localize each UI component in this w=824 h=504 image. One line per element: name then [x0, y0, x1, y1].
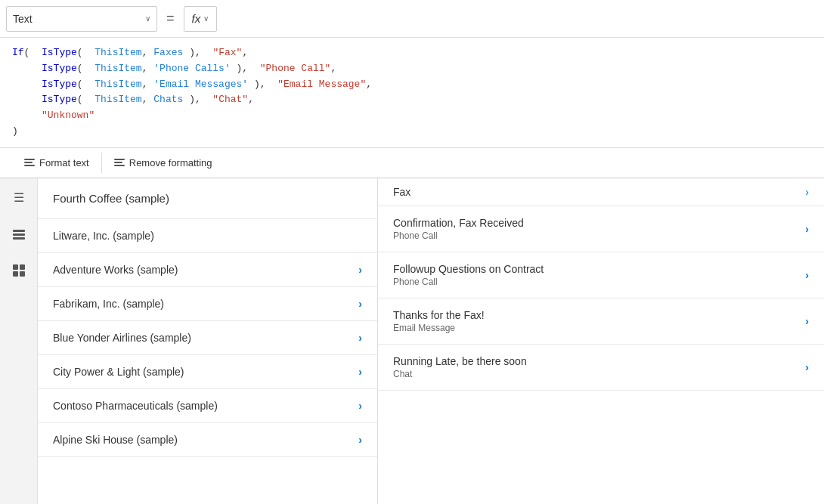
- right-item[interactable]: Thanks for the Fax!Email Message›: [378, 298, 824, 345]
- right-item-info: Running Late, be there soonChat: [393, 355, 805, 379]
- format-toolbar: Format text Remove formatting: [0, 148, 824, 178]
- list-item-text: Alpine Ski House (sample): [53, 434, 358, 446]
- list-item[interactable]: Fabrikam, Inc. (sample)›: [38, 287, 377, 321]
- hamburger-menu-icon[interactable]: ☰: [8, 187, 29, 209]
- chevron-right-icon: ›: [358, 264, 362, 276]
- right-item-title: Fax: [393, 186, 805, 198]
- main-content: ☰ Fourth Coffee (sample)Litware, Inc. (s…: [0, 178, 824, 504]
- right-item-subtitle: Chat: [393, 369, 805, 379]
- list-item[interactable]: Adventure Works (sample)›: [38, 253, 377, 287]
- formula-line-6: ): [12, 124, 812, 140]
- list-item[interactable]: Alpine Ski House (sample)›: [38, 423, 377, 457]
- svg-rect-1: [13, 233, 25, 236]
- right-item-fax[interactable]: Fax›: [378, 178, 824, 206]
- chevron-right-icon: ›: [358, 332, 362, 344]
- chevron-right-icon: ›: [358, 434, 362, 446]
- list-item-text: Fourth Coffee (sample): [53, 192, 362, 205]
- chevron-right-icon: ›: [358, 366, 362, 378]
- right-item[interactable]: Confirmation, Fax ReceivedPhone Call›: [378, 206, 824, 252]
- formula-line-1: If( IsType( ThisItem, Faxes ), "Fax",: [12, 45, 812, 61]
- chevron-right-icon: ›: [805, 315, 809, 327]
- formula-area: If( IsType( ThisItem, Faxes ), "Fax", Is…: [0, 38, 824, 148]
- remove-formatting-label: Remove formatting: [129, 157, 212, 169]
- list-panel: Fourth Coffee (sample)Litware, Inc. (sam…: [38, 178, 378, 504]
- list-item[interactable]: City Power & Light (sample)›: [38, 355, 377, 389]
- svg-rect-4: [20, 264, 25, 270]
- right-item-title: Followup Questions on Contract: [393, 263, 805, 275]
- right-item-title: Confirmation, Fax Received: [393, 217, 805, 229]
- dropdown-chevron-icon: ∨: [145, 14, 150, 23]
- formula-line-3: IsType( ThisItem, 'Email Messages' ), "E…: [12, 77, 812, 93]
- format-lines-icon: [24, 159, 35, 166]
- svg-rect-2: [13, 237, 25, 240]
- right-item-info: Confirmation, Fax ReceivedPhone Call: [393, 217, 805, 241]
- chevron-right-icon: ›: [805, 223, 809, 235]
- fx-label: fx: [192, 12, 201, 25]
- formula-line-2: IsType( ThisItem, 'Phone Calls' ), "Phon…: [12, 61, 812, 77]
- fx-box[interactable]: fx ∨: [184, 6, 218, 32]
- formula-line-5: "Unknown": [12, 108, 812, 124]
- list-item-text: Adventure Works (sample): [53, 264, 358, 276]
- chevron-right-icon: ›: [358, 400, 362, 412]
- list-item-text: Blue Yonder Airlines (sample): [53, 332, 358, 344]
- right-item-subtitle: Email Message: [393, 323, 805, 333]
- svg-rect-6: [20, 271, 25, 277]
- list-item[interactable]: Contoso Pharmaceuticals (sample)›: [38, 389, 377, 423]
- list-item-text: Fabrikam, Inc. (sample): [53, 298, 358, 310]
- chevron-right-icon: ›: [805, 269, 809, 281]
- list-item-text: City Power & Light (sample): [53, 366, 358, 378]
- right-item-title: Thanks for the Fax!: [393, 309, 805, 321]
- text-dropdown[interactable]: Text ∨: [6, 6, 157, 32]
- remove-formatting-button[interactable]: Remove formatting: [102, 153, 225, 173]
- formula-line-4: IsType( ThisItem, Chats ), "Chat",: [12, 92, 812, 108]
- chevron-right-icon: ›: [805, 361, 809, 373]
- list-item-text: Contoso Pharmaceuticals (sample): [53, 400, 358, 412]
- svg-rect-5: [13, 271, 18, 277]
- dropdown-label: Text: [13, 13, 141, 25]
- right-item-info: Thanks for the Fax!Email Message: [393, 309, 805, 333]
- remove-lines-icon: [114, 159, 125, 166]
- list-item[interactable]: Fourth Coffee (sample): [38, 178, 377, 219]
- right-item[interactable]: Running Late, be there soonChat›: [378, 345, 824, 391]
- right-item-title: Running Late, be there soon: [393, 355, 805, 367]
- fx-chevron-icon: ∨: [203, 14, 209, 23]
- list-item[interactable]: Blue Yonder Airlines (sample)›: [38, 321, 377, 355]
- top-bar: Text ∨ = fx ∨: [0, 0, 824, 38]
- grid-icon[interactable]: [8, 260, 29, 281]
- right-item[interactable]: Followup Questions on ContractPhone Call…: [378, 252, 824, 298]
- layers-icon[interactable]: [8, 224, 29, 245]
- list-item-text: Litware, Inc. (sample): [53, 230, 362, 242]
- svg-rect-3: [13, 264, 18, 270]
- sidebar-icons: ☰: [0, 178, 38, 504]
- right-panel: Fax›Confirmation, Fax ReceivedPhone Call…: [378, 178, 824, 504]
- format-text-label: Format text: [39, 157, 89, 169]
- svg-rect-0: [13, 230, 25, 232]
- list-item[interactable]: Litware, Inc. (sample): [38, 219, 377, 253]
- right-item-subtitle: Phone Call: [393, 230, 805, 241]
- equals-sign: =: [163, 11, 178, 26]
- right-item-info: Followup Questions on ContractPhone Call: [393, 263, 805, 287]
- chevron-right-icon: ›: [358, 298, 362, 310]
- chevron-right-icon: ›: [805, 186, 809, 198]
- format-text-button[interactable]: Format text: [12, 153, 102, 173]
- right-item-subtitle: Phone Call: [393, 277, 805, 287]
